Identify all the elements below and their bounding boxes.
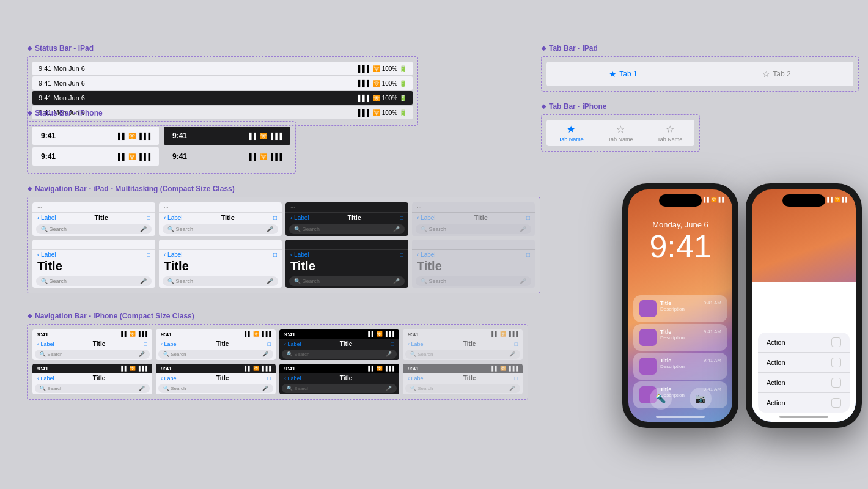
nav-iphone-search-7[interactable]: 🔍 Search🎤 <box>282 384 397 393</box>
nav-bar-iphone-box: 9:41▌▌ 🛜 ▐▐▐ ‹ Label Title □ 🔍 Search🎤 9… <box>27 324 528 400</box>
nav-iphone-title-row-2: ‹ Label Title □ <box>156 339 276 348</box>
nav-iphone-title-row-5: ‹ Label Title □ <box>32 373 152 383</box>
action-row-1[interactable]: Action <box>758 333 850 353</box>
notif-time-3: 9:41 AM <box>704 358 721 363</box>
action-checkbox-4[interactable] <box>831 398 841 408</box>
nav-search-6[interactable]: 🔍 Search🎤 <box>163 276 278 286</box>
nav-top-5: ··· <box>32 240 155 250</box>
nav-ipad-item-8: ··· ‹ Label □ Title 🔍 Search🎤 <box>412 240 535 288</box>
iphone-mockups: ▌▌🛜▐▐ Monday, June 6 9:41 Title Descript… <box>622 183 862 428</box>
notif-desc-1: Description <box>660 306 700 312</box>
nav-search-1[interactable]: 🔍 Search 🎤 <box>36 224 152 234</box>
notif-2: Title Description 9:41 AM <box>633 324 727 351</box>
nav-ipad-item-1: ··· ‹ Label Title □ 🔍 Search 🎤 <box>32 202 155 236</box>
action-row-2[interactable]: Action <box>758 353 850 373</box>
nav-search-4[interactable]: 🔍 Search🎤 <box>416 224 531 234</box>
notif-title-1: Title <box>660 300 700 306</box>
nav-large-title-6: Title <box>159 259 282 274</box>
nav-iphone-search-4[interactable]: 🔍 Search🎤 <box>405 350 520 359</box>
action-checkbox-2[interactable] <box>831 358 841 367</box>
iphone-mini-status-4: 9:41▌▌ 🛜 ▐▐▐ <box>403 329 523 339</box>
notif-time-1: 9:41 AM <box>704 300 721 306</box>
tab-bar-iphone: ★ Tab Name ☆ Tab Name ☆ Tab Name <box>546 120 694 146</box>
nav-large-title-8: Title <box>412 259 535 274</box>
nav-title-row-8: ‹ Label □ <box>412 250 535 259</box>
action-row-4[interactable]: Action <box>758 393 850 413</box>
tab-bar-iphone-box: ★ Tab Name ☆ Tab Name ☆ Tab Name <box>541 114 700 152</box>
status-bar-ipad-label: Status Bar - iPad <box>27 44 418 53</box>
iphone-icons-3: ▌▌ 🛜 ▐▐▐ <box>118 153 150 160</box>
ipad-status-bar-3: 9:41 Mon Jun 6 ▌▌▌ 🛜 100% 🔋 <box>32 91 413 105</box>
iphone-icons-2: ▌▌ 🛜 ▐▐▐ <box>249 133 282 139</box>
iphone-time-3: 9:41 <box>41 152 56 161</box>
ipad-icons-4: ▌▌▌ 🛜 100% 🔋 <box>358 109 406 116</box>
tab-iphone-star-1: ★ <box>567 123 575 135</box>
nav-search-5[interactable]: 🔍 Search🎤 <box>36 276 152 286</box>
nav-search-3[interactable]: 🔍 Search🎤 <box>289 224 405 234</box>
ipad-icons-1: ▌▌▌ 🛜 100% 🔋 <box>358 65 406 72</box>
tab-iphone-item-2[interactable]: ☆ Tab Name <box>596 123 645 142</box>
nav-bar-iphone-label: Navigation Bar - iPhone (Compact Size Cl… <box>27 312 528 320</box>
ipad-status-bar-2: 9:41 Mon Jun 6 ▌▌▌ 🛜 100% 🔋 <box>32 76 413 90</box>
ipad-time-2: 9:41 Mon Jun 6 <box>39 79 85 87</box>
nav-search-7[interactable]: 🔍 Search🎤 <box>289 276 405 286</box>
lock-bottom-icons: 🔦 📷 <box>628 388 732 410</box>
nav-iphone-search-1[interactable]: 🔍 Search🎤 <box>35 350 150 359</box>
iphone-mini-status-5: 9:41▌▌ 🛜 ▐▐▐ <box>32 364 152 373</box>
tab-iphone-item-1[interactable]: ★ Tab Name <box>546 123 596 142</box>
nav-ipad-item-4: ··· ‹ Label Title □ 🔍 Search🎤 <box>412 202 535 236</box>
action-checkbox-3[interactable] <box>831 378 841 388</box>
tab-iphone-star-2: ☆ <box>616 123 625 135</box>
nav-title-row-6: ‹ Label □ <box>159 250 282 259</box>
nav-title-row-4: ‹ Label Title □ <box>412 213 535 222</box>
nav-iphone-search-5[interactable]: 🔍 Search🎤 <box>35 384 150 393</box>
tab-iphone-item-3[interactable]: ☆ Tab Name <box>645 123 694 142</box>
action-row-3[interactable]: Action <box>758 373 850 393</box>
camera-btn[interactable]: 📷 <box>690 388 712 410</box>
action-label-3: Action <box>767 379 785 386</box>
nav-iphone-search-8[interactable]: 🔍 Search🎤 <box>405 384 520 393</box>
nav-bar-ipad-box: ··· ‹ Label Title □ 🔍 Search 🎤 ··· ‹ Lab… <box>27 197 540 293</box>
nav-iphone-search-6[interactable]: 🔍 Search🎤 <box>158 384 273 393</box>
nav-search-8[interactable]: 🔍 Search🎤 <box>416 276 531 286</box>
flashlight-btn[interactable]: 🔦 <box>650 388 672 410</box>
nav-bar-ipad-grid: ··· ‹ Label Title □ 🔍 Search 🎤 ··· ‹ Lab… <box>32 202 535 288</box>
nav-iphone-search-2[interactable]: 🔍 Search🎤 <box>158 350 273 359</box>
nav-iphone-search-3[interactable]: 🔍 Search🎤 <box>282 350 397 359</box>
notif-text-2: Title Description <box>660 329 700 340</box>
nav-title-row-1: ‹ Label Title □ <box>32 213 155 222</box>
notif-3: Title Description 9:41 AM <box>633 353 727 380</box>
tab-iphone-label-2: Tab Name <box>608 136 633 142</box>
lock-status-icons-2: ▌▌🛜▐▐ <box>827 197 847 202</box>
status-bar-iphone-box: 9:41 ▌▌ 🛜 ▐▐▐ 9:41 ▌▌ 🛜 ▐▐▐ 9:41 ▌▌ 🛜 ▐▐… <box>27 121 296 174</box>
notif-icon-2 <box>639 329 657 346</box>
iphone-status-bar-1: 9:41 ▌▌ 🛜 ▐▐▐ <box>32 127 159 145</box>
nav-iphone-8: 9:41▌▌ 🛜 ▐▐▐ ‹ Label Title □ 🔍 Search🎤 <box>403 364 523 394</box>
iphone-status-row-1: 9:41 ▌▌ 🛜 ▐▐▐ 9:41 ▌▌ 🛜 ▐▐▐ <box>32 127 290 145</box>
tab-iphone-star-3: ☆ <box>666 123 674 135</box>
nav-top-8: ··· <box>412 240 535 250</box>
nav-top-4: ··· <box>412 202 535 213</box>
nav-search-2[interactable]: 🔍 Search🎤 <box>163 224 278 234</box>
iphone-mini-status-6: 9:41▌▌ 🛜 ▐▐▐ <box>156 364 276 373</box>
nav-iphone-title-row-8: ‹ Label Title □ <box>403 373 523 383</box>
nav-iphone-3: 9:41▌▌ 🛜 ▐▐▐ ‹ Label Title □ 🔍 Search🎤 <box>279 329 399 360</box>
nav-ipad-item-7: ··· ‹ Label □ Title 🔍 Search🎤 <box>285 240 408 288</box>
notif-title-2: Title <box>660 329 700 335</box>
tab-bar-ipad-section: Tab Bar - iPad ★ Tab 1 ☆ Tab 2 <box>541 44 859 92</box>
tab-item-1[interactable]: ★ Tab 1 <box>546 67 700 81</box>
iphone-mini-status-3: 9:41▌▌ 🛜 ▐▐▐ <box>279 329 399 339</box>
nav-iphone-6: 9:41▌▌ 🛜 ▐▐▐ ‹ Label Title □ 🔍 Search🎤 <box>156 364 276 394</box>
status-bar-iphone-label: Status Bar - iPhone <box>27 109 296 117</box>
tab-iphone-label-1: Tab Name <box>559 136 584 142</box>
tab-item-2[interactable]: ☆ Tab 2 <box>700 67 853 81</box>
action-checkbox-1[interactable] <box>831 337 841 347</box>
iphone-icons-4: ▌▌ 🛜 ▐▐▐ <box>249 153 282 160</box>
tab-star-1: ★ <box>609 69 617 79</box>
search-label: 🔍 Search <box>41 226 67 232</box>
ipad-status-bar-1: 9:41 Mon Jun 6 ▌▌▌ 🛜 100% 🔋 <box>32 62 413 75</box>
iphone-screen-2: ▌▌🛜▐▐ Action Action Action <box>752 189 856 422</box>
nav-iphone-7: 9:41▌▌ 🛜 ▐▐▐ ‹ Label Title □ 🔍 Search🎤 <box>279 364 399 394</box>
tab-bar-iphone-section: Tab Bar - iPhone ★ Tab Name ☆ Tab Name ☆… <box>541 102 700 152</box>
ipad-time-1: 9:41 Mon Jun 6 <box>39 65 85 72</box>
